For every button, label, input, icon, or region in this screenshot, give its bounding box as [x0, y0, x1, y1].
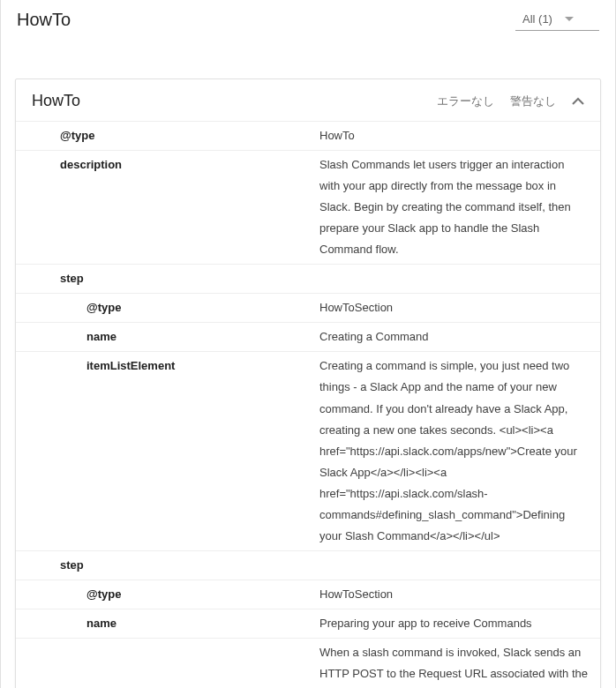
page-title: HowTo	[17, 10, 71, 30]
table-row: step	[16, 264, 600, 293]
caret-down-icon	[565, 17, 574, 22]
property-key: name	[16, 323, 316, 351]
property-key: description	[16, 151, 316, 264]
property-key: itemListElement	[16, 352, 316, 550]
table-row: @typeHowToSection	[16, 580, 600, 609]
property-value: HowToSection	[316, 580, 600, 609]
chevron-up-icon	[572, 97, 584, 105]
status-no-errors: エラーなし	[437, 93, 494, 109]
property-key: @type	[16, 580, 316, 609]
property-key: step	[16, 265, 316, 293]
top-header: HowTo All (1)	[1, 0, 615, 38]
table-row: itemListElementCreating a command is sim…	[16, 351, 600, 550]
table-row: step	[16, 550, 600, 580]
status-no-warnings: 警告なし	[510, 93, 556, 109]
table-row: When a slash command is invoked, Slack s…	[16, 638, 600, 688]
card-header[interactable]: HowTo エラーなし 警告なし	[16, 79, 600, 121]
property-key	[16, 639, 316, 688]
property-value: Creating a Command	[316, 323, 600, 351]
table-row: nameCreating a Command	[16, 322, 600, 351]
card-area: HowTo エラーなし 警告なし @typeHowTodescriptionSl…	[1, 38, 615, 688]
table-row: @typeHowToSection	[16, 293, 600, 322]
table-row: namePreparing your app to receive Comman…	[16, 609, 600, 638]
property-value	[316, 551, 600, 580]
property-value	[316, 265, 600, 293]
property-value: When a slash command is invoked, Slack s…	[316, 639, 600, 688]
property-key: @type	[16, 122, 316, 150]
table-row: descriptionSlash Commands let users trig…	[16, 150, 600, 264]
property-key: step	[16, 551, 316, 580]
collapse-button[interactable]	[572, 97, 584, 105]
card-title: HowTo	[32, 92, 437, 110]
property-value: Preparing your app to receive Commands	[316, 609, 600, 638]
page-container: HowTo All (1) HowTo エラーなし 警告なし	[0, 0, 616, 688]
result-card: HowTo エラーなし 警告なし @typeHowTodescriptionSl…	[15, 79, 601, 688]
property-value: Creating a command is simple, you just n…	[316, 352, 600, 550]
property-value: HowTo	[316, 122, 600, 150]
property-value: Slash Commands let users trigger an inte…	[316, 151, 600, 264]
status-group: エラーなし 警告なし	[437, 93, 584, 109]
property-value: HowToSection	[316, 294, 600, 322]
property-key: name	[16, 609, 316, 638]
filter-label: All (1)	[522, 12, 552, 26]
table-row: @typeHowTo	[16, 121, 600, 150]
property-table: @typeHowTodescriptionSlash Commands let …	[16, 121, 600, 688]
property-key: @type	[16, 294, 316, 322]
filter-dropdown[interactable]: All (1)	[515, 9, 599, 31]
